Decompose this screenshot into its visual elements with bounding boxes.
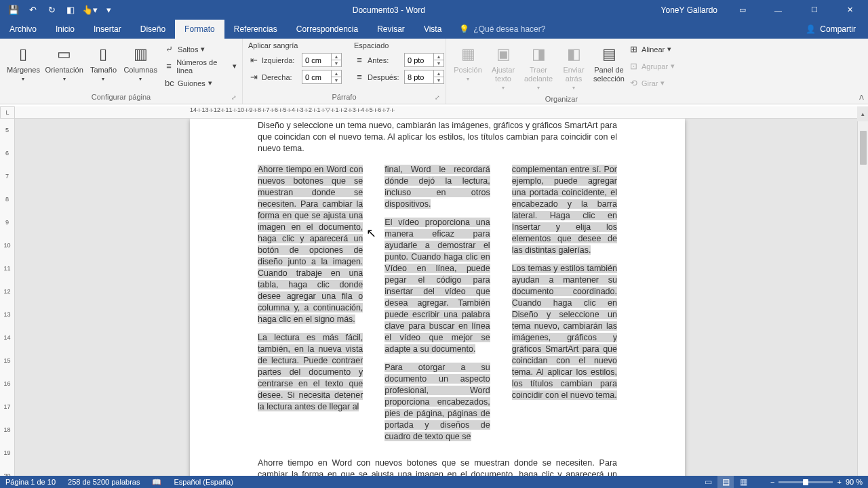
indent-left-input[interactable]: ▲▼ (302, 53, 342, 67)
document-page[interactable]: Diseño y seleccione un tema nuevo, cambi… (190, 119, 685, 476)
text-columns: Ahorre tiempo en Word con nuevos botones… (258, 164, 617, 449)
word-count[interactable]: 258 de 5200 palabras (68, 478, 140, 486)
zoom-in-icon[interactable]: + (837, 478, 841, 486)
col2-p3[interactable]: Para otorgar a su documento un aspecto p… (384, 363, 490, 441)
selection-pane-button[interactable]: ▤Panel de selección (593, 41, 625, 85)
ruler-corner[interactable]: L (0, 106, 15, 119)
redo-icon[interactable]: ↻ (43, 2, 60, 18)
scroll-up-icon[interactable]: ▴ (857, 106, 868, 121)
ribbon-tabs: Archivo Inicio Insertar Diseño Formato R… (0, 20, 868, 39)
ribbon: ▯ Márgenes▾ ▭ Orientación▾ ▯ Tamaño▾ ▥ C… (0, 39, 868, 104)
user-name[interactable]: YoneY Gallardo (661, 5, 717, 15)
column-1[interactable]: Ahorre tiempo en Word con nuevos botones… (258, 164, 363, 449)
send-backward-icon: ◧ (563, 43, 585, 64)
position-icon: ▦ (457, 43, 479, 64)
zoom-slider[interactable] (778, 481, 833, 483)
group-label-arrange: Organizar (452, 94, 671, 104)
save-icon[interactable]: 💾 (5, 2, 22, 18)
print-layout-icon[interactable]: ▤ (717, 476, 734, 488)
align-button[interactable]: ⊞Alinear ▾ (628, 41, 675, 57)
hyphenation-button[interactable]: bcGuiones ▾ (164, 75, 237, 91)
page-setup-launcher-icon[interactable]: ⤢ (231, 94, 239, 102)
tab-diseno[interactable]: Diseño (131, 20, 175, 39)
document-title: Documento3 - Word (117, 5, 661, 15)
hyphenation-icon: bc (164, 78, 175, 89)
column-3[interactable]: complementan entre sí. Por ejemplo, pued… (512, 164, 617, 449)
rotate-button: ⟲Girar ▾ (628, 75, 675, 91)
rotate-icon: ⟲ (628, 78, 639, 89)
page-indicator[interactable]: Página 1 de 10 (5, 478, 56, 486)
align-icon: ⊞ (628, 44, 639, 55)
margins-button[interactable]: ▯ Márgenes▾ (5, 41, 41, 85)
tab-formato[interactable]: Formato (175, 20, 224, 39)
breaks-button[interactable]: ⤶Saltos ▾ (164, 41, 237, 57)
ribbon-display-icon[interactable]: ▭ (727, 0, 757, 20)
size-button[interactable]: ▯ Tamaño▾ (87, 41, 119, 85)
col3-p1[interactable]: complementan entre sí. Por ejemplo, pued… (512, 165, 617, 255)
col2-p1[interactable]: final, Word le recordará dónde dejó la l… (384, 165, 490, 209)
send-backward-button: ◧Enviar atrás▾ (557, 41, 590, 94)
customize-qat-icon[interactable]: ▾ (100, 2, 117, 18)
indent-right-icon: ⇥ (248, 72, 259, 83)
col1-p2[interactable]: La lectura es más fácil, también, en la … (258, 333, 363, 411)
vertical-scrollbar[interactable]: ▴ (857, 106, 868, 476)
share-icon: 👤 (806, 24, 816, 34)
zoom-out-icon[interactable]: − (770, 478, 774, 486)
scrollbar-thumb[interactable] (860, 131, 867, 165)
indent-left-icon: ⇤ (248, 55, 259, 66)
vertical-ruler[interactable]: 567891011121314151617181920 (0, 119, 15, 476)
maximize-icon[interactable]: ☐ (799, 0, 829, 20)
touch-mode-icon[interactable]: 👆▾ (81, 2, 98, 18)
title-bar: 💾 ↶ ↻ ◧ 👆▾ ▾ Documento3 - Word YoneY Gal… (0, 0, 868, 20)
qat-icon-1[interactable]: ◧ (62, 2, 79, 18)
tab-referencias[interactable]: Referencias (224, 20, 287, 39)
col1-p1[interactable]: Ahorre tiempo en Word con nuevos botones… (258, 165, 363, 324)
orientation-button[interactable]: ▭ Orientación▾ (44, 41, 85, 85)
column-2[interactable]: final, Word le recordará dónde dejó la l… (384, 164, 490, 449)
columns-button[interactable]: ▥ Columnas▾ (122, 41, 158, 85)
group-button: ⊡Agrupar ▾ (628, 58, 675, 74)
read-mode-icon[interactable]: ▭ (700, 476, 716, 488)
minimize-icon[interactable]: — (763, 0, 793, 20)
close-icon[interactable]: ✕ (835, 0, 865, 20)
tell-me-placeholder: ¿Qué desea hacer? (473, 24, 545, 34)
document-area[interactable]: Diseño y seleccione un tema nuevo, cambi… (15, 119, 857, 476)
size-icon: ▯ (92, 43, 114, 64)
proofing-icon[interactable]: 📖 (152, 478, 161, 487)
bottom-paragraph-1[interactable]: Ahorre tiempo en Word con nuevos botones… (258, 458, 617, 476)
share-label: Compartir (820, 24, 856, 34)
web-layout-icon[interactable]: ▦ (735, 476, 751, 488)
col3-p2[interactable]: Los temas y estilos también ayudan a man… (512, 264, 617, 400)
language-indicator[interactable]: Español (España) (174, 478, 233, 486)
tab-insertar[interactable]: Insertar (84, 20, 131, 39)
tab-vista[interactable]: Vista (414, 20, 451, 39)
line-numbers-icon: ≡ (164, 61, 174, 72)
horizontal-ruler[interactable]: 14·ı·13·ı·12·ı·11·ı·10·ı·9·ı·8·ı·7·ı·6·ı… (15, 106, 857, 119)
zoom-value[interactable]: 90 % (846, 478, 863, 486)
collapse-ribbon-icon[interactable]: ᐱ (859, 94, 864, 101)
tell-me-search[interactable]: 💡 ¿Qué desea hacer? (451, 20, 545, 39)
tab-correspondencia[interactable]: Correspondencia (287, 20, 368, 39)
quick-access-toolbar: 💾 ↶ ↻ ◧ 👆▾ ▾ (0, 2, 117, 18)
indent-right-input[interactable]: ▲▼ (302, 70, 342, 84)
space-before-input[interactable]: ▲▼ (404, 53, 444, 67)
zoom-control[interactable]: − + 90 % (764, 478, 863, 486)
tab-revisar[interactable]: Revisar (368, 20, 414, 39)
space-after-input[interactable]: ▲▼ (404, 70, 444, 84)
group-paragraph: Aplicar sangría ⇤ Izquierda: ▲▼ ⇥ Derech… (243, 39, 446, 104)
bring-forward-icon: ◨ (528, 43, 549, 64)
tab-archivo[interactable]: Archivo (0, 20, 46, 39)
position-button: ▦Posición▾ (452, 41, 484, 85)
line-numbers-button[interactable]: ≡Números de línea ▾ (164, 58, 237, 74)
undo-icon[interactable]: ↶ (24, 2, 41, 18)
lightbulb-icon: 💡 (459, 24, 469, 34)
share-button[interactable]: 👤 Compartir (806, 20, 868, 39)
paragraph-launcher-icon[interactable]: ⤢ (435, 94, 443, 102)
titlebar-right: YoneY Gallardo ▭ — ☐ ✕ (661, 0, 868, 20)
tab-inicio[interactable]: Inicio (46, 20, 84, 39)
col2-p2[interactable]: El vídeo proporciona una manera eficaz p… (384, 218, 490, 354)
intro-paragraph[interactable]: Diseño y seleccione un tema nuevo, cambi… (258, 120, 617, 155)
selection-pane-icon: ▤ (598, 43, 620, 64)
group-label-paragraph: Párrafo (248, 92, 440, 102)
space-before-icon: ≡ (354, 55, 365, 66)
